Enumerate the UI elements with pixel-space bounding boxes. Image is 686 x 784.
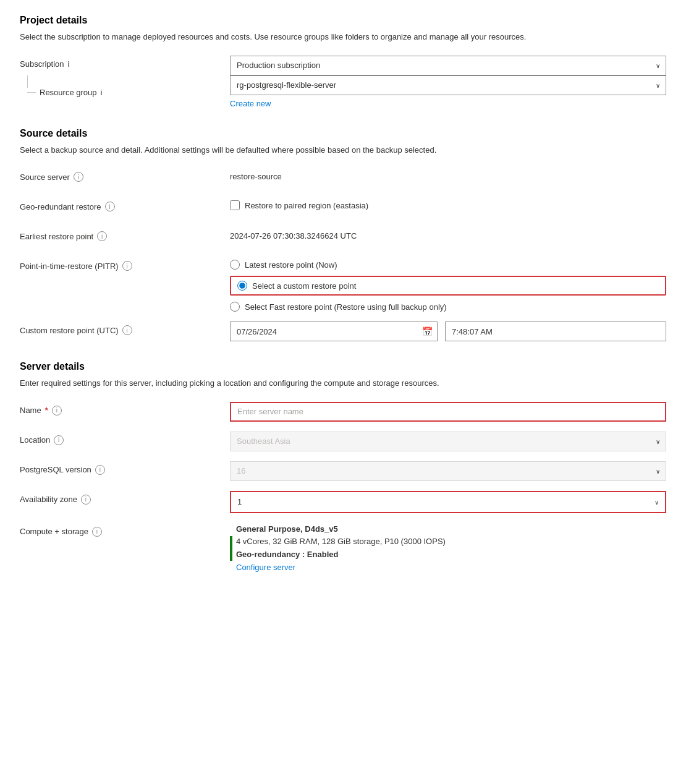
resource-group-label-text: Resource group i [36,88,102,97]
horizontal-line [27,92,36,93]
subscription-info-icon[interactable]: i [68,59,70,69]
pitr-label: Point-in-time-restore (PITR) i [20,257,230,271]
postgresql-version-control: 16 ∨ [230,461,666,481]
pitr-radio-latest[interactable] [230,260,240,270]
geo-redundant-info-icon[interactable]: i [105,202,115,211]
custom-restore-row: Custom restore point (UTC) i 📅 [20,322,666,341]
pitr-option-custom: Select a custom restore point [230,276,666,296]
source-server-info-icon[interactable]: i [74,172,83,182]
server-details-desc: Enter required settings for this server,… [20,377,666,390]
source-details-desc: Select a backup source and detail. Addit… [20,144,666,156]
subscription-label-text: Subscription [20,59,64,69]
time-input[interactable] [445,322,666,341]
geo-redundant-checkbox[interactable] [230,200,240,210]
source-server-label: Source server i [20,168,230,182]
compute-storage-specs: 4 vCores, 32 GiB RAM, 128 GiB storage, P… [236,535,446,548]
configure-server-link[interactable]: Configure server [236,563,295,572]
custom-restore-info-icon[interactable]: i [122,325,132,335]
pitr-label-latest: Latest restore point (Now) [245,260,337,270]
availability-zone-control: 1 ∨ [230,491,666,513]
source-details-section: Source details Select a backup source an… [20,128,666,342]
location-info-icon[interactable]: i [54,435,64,445]
pitr-radio-custom[interactable] [237,281,247,291]
resource-group-control: rg-postgresql-flexible-server ∨ Create n… [230,75,666,108]
pitr-label-fast: Select Fast restore point (Restore using… [245,302,447,312]
compute-storage-row: Compute + storage i General Purpose, D4d… [20,523,666,574]
resource-group-connector: Resource group i [20,75,102,97]
server-details-title: Server details [20,361,666,372]
server-name-info-icon[interactable]: i [52,406,62,415]
compute-storage-info: General Purpose, D4ds_v5 4 vCores, 32 Gi… [230,523,666,574]
subscription-label: Subscription i [20,56,230,69]
compute-storage-accent-bar [230,536,232,561]
create-new-link[interactable]: Create new [230,99,271,108]
postgresql-version-dropdown[interactable]: 16 [230,461,666,481]
date-time-row: 📅 [230,322,666,341]
custom-restore-control: 📅 [230,322,666,341]
earliest-restore-value: 2024-07-26 07:30:38.3246624 UTC [230,228,666,241]
compute-storage-tier: General Purpose, D4ds_v5 [236,523,446,536]
postgresql-version-info-icon[interactable]: i [95,465,105,475]
subscription-row: Subscription i Production subscription ∨ [20,56,666,75]
server-details-section: Server details Enter required settings f… [20,361,666,574]
pitr-control: Latest restore point (Now) Select a cust… [230,257,666,312]
date-input-wrapper: 📅 [230,322,438,341]
geo-redundant-label: Geo-redundant restore i [20,198,230,211]
subscription-dropdown-wrapper: Production subscription ∨ [230,56,666,75]
server-name-row: Name * i [20,402,666,422]
compute-storage-control: General Purpose, D4ds_v5 4 vCores, 32 Gi… [230,523,666,574]
name-required-star: * [45,406,48,415]
source-server-row: Source server i restore-source [20,168,666,188]
subscription-dropdown[interactable]: Production subscription [230,56,666,75]
source-server-value-area: restore-source [230,168,666,181]
resource-group-dropdown[interactable]: rg-postgresql-flexible-server [230,75,666,95]
resource-group-info-icon[interactable]: i [101,88,103,97]
pitr-radio-fast[interactable] [230,302,240,312]
postgresql-version-label: PostgreSQL version i [20,461,230,475]
compute-storage-info-icon[interactable]: i [92,527,102,537]
pitr-info-icon[interactable]: i [122,261,132,271]
availability-zone-dropdown-wrapper: 1 ∨ [230,491,666,513]
geo-redundant-checkbox-label: Restore to paired region (eastasia) [245,201,368,210]
resource-group-dropdown-wrapper: rg-postgresql-flexible-server ∨ [230,75,666,95]
compute-storage-details: General Purpose, D4ds_v5 4 vCores, 32 Gi… [236,523,446,574]
postgresql-version-dropdown-wrapper: 16 ∨ [230,461,666,481]
project-details-desc: Select the subscription to manage deploy… [20,31,666,43]
location-row: Location i Southeast Asia ∨ [20,432,666,451]
pitr-row: Point-in-time-restore (PITR) i Latest re… [20,257,666,312]
source-details-title: Source details [20,128,666,139]
availability-zone-row: Availability zone i 1 ∨ [20,491,666,513]
compute-storage-geo: Geo-redundancy : Enabled [236,548,446,561]
subscription-control: Production subscription ∨ [230,56,666,75]
resource-group-row: Resource group i rg-postgresql-flexible-… [20,75,666,108]
server-name-label: Name * i [20,402,230,415]
location-control: Southeast Asia ∨ [230,432,666,451]
pitr-radio-group: Latest restore point (Now) Select a cust… [230,257,666,312]
project-details-title: Project details [20,15,666,26]
location-label: Location i [20,432,230,445]
geo-redundant-row: Geo-redundant restore i Restore to paire… [20,198,666,218]
date-input[interactable] [230,322,438,341]
earliest-restore-label: Earliest restore point i [20,228,230,241]
location-dropdown[interactable]: Southeast Asia [230,432,666,451]
earliest-restore-row: Earliest restore point i 2024-07-26 07:3… [20,228,666,247]
pitr-option-fast: Select Fast restore point (Restore using… [230,302,666,312]
resource-group-label-area: Resource group i [20,75,230,108]
availability-zone-dropdown[interactable]: 1 [231,492,665,512]
availability-zone-info-icon[interactable]: i [81,495,91,505]
source-server-value: restore-source [230,168,666,181]
location-dropdown-wrapper: Southeast Asia ∨ [230,432,666,451]
availability-zone-label: Availability zone i [20,491,230,505]
server-name-input[interactable] [230,402,666,422]
earliest-restore-value-area: 2024-07-26 07:30:38.3246624 UTC [230,228,666,241]
vertical-line [27,75,28,88]
geo-redundant-control: Restore to paired region (eastasia) [230,198,666,210]
geo-redundant-checkbox-wrapper: Restore to paired region (eastasia) [230,198,666,210]
server-name-control [230,402,666,422]
custom-restore-label: Custom restore point (UTC) i [20,322,230,335]
earliest-restore-info-icon[interactable]: i [97,231,107,241]
pitr-label-custom: Select a custom restore point [252,281,356,291]
postgresql-version-row: PostgreSQL version i 16 ∨ [20,461,666,481]
compute-storage-label: Compute + storage i [20,523,230,537]
pitr-option-latest: Latest restore point (Now) [230,260,666,270]
